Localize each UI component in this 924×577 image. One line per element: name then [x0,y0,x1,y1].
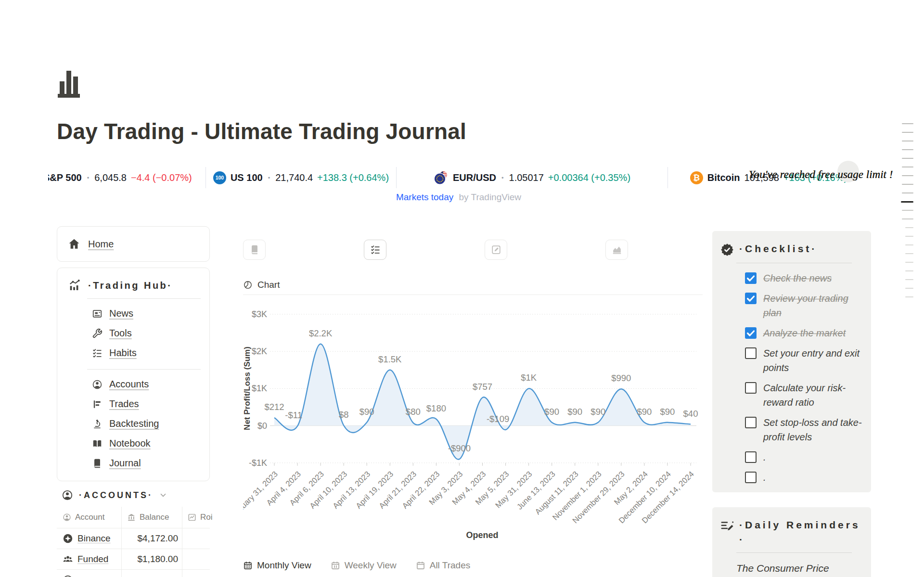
sidebar-item-notebook[interactable]: Notebook [57,434,209,453]
account-link[interactable]: Funded [77,554,108,564]
ticker-item-sp500[interactable]: S&P 500 • 6,045.8 −4.4 (−0.07%) [48,167,205,188]
checklist-item-label[interactable]: Set your entry and exit points [763,346,863,375]
tab-weekly-view[interactable]: Weekly View [331,556,398,577]
column-header-account[interactable]: Account [57,513,121,522]
outline-dash[interactable] [902,167,913,167]
notebook-icon [92,438,103,449]
outline-dash[interactable] [902,192,913,193]
outline-dash[interactable] [905,288,913,289]
page-title: Day Trading - Ultimate Trading Journal [57,118,466,144]
toolbar-button-journal[interactable] [243,240,266,260]
outline-dash[interactable] [901,201,913,203]
outline-dash[interactable] [905,236,913,237]
account-cell[interactable]: Binance [57,533,121,544]
toolbar-button-habits[interactable] [364,240,386,260]
svg-text:$757: $757 [473,382,492,392]
bar-chart-page-icon[interactable] [56,64,82,101]
checklist-item-label[interactable]: . [763,470,863,485]
checklist-item-label[interactable]: Analyze the market [763,326,863,340]
svg-text:$1.5K: $1.5K [378,354,402,364]
checklist-item-label[interactable]: Review your trading plan [763,291,863,320]
sidebar-item-accounts[interactable]: Accounts [57,374,209,394]
svg-text:August 11, 2023: August 11, 2023 [533,469,580,516]
tab-all-trades[interactable]: All Trades [416,556,471,577]
ticker-item-eurusd[interactable]: EUR/USD • 1.05017 +0.00364 (+0.35%) [396,167,667,188]
column-header-balance[interactable]: Balance [121,513,182,522]
outline-dash[interactable] [905,270,913,271]
trading-hub-header: ·Trading Hub· [57,279,209,292]
checked-checkbox[interactable] [745,272,757,284]
sidebar-item-trades[interactable]: Trades [57,394,209,414]
balance-cell[interactable]: $4,172.00 [121,533,182,544]
balance-cell[interactable]: $1,180.00 [121,554,182,564]
outline-dash[interactable] [902,184,913,185]
trading-hub-card: ·Trading Hub· NewsToolsHabits AccountsTr… [57,268,210,481]
tab-label: Weekly View [345,560,397,571]
svg-text:$2K: $2K [252,346,267,356]
checklist-item-label[interactable]: . [763,450,863,464]
sidebar-item-label[interactable]: News [109,308,133,319]
outline-dash[interactable] [902,158,913,159]
sidebar-item-label[interactable]: Tools [109,328,132,339]
sidebar-item-home[interactable]: Home [88,239,114,250]
sidebar-item-journal[interactable]: Journal [57,453,209,473]
sidebar-item-label[interactable]: Habits [109,347,137,359]
divider [87,298,201,299]
checklist-item-label[interactable]: Set stop-loss and take-profit levels [763,415,863,444]
outline-dash[interactable] [902,210,913,211]
sidebar-item-label[interactable]: Backtesting [109,418,159,429]
outline-dash[interactable] [905,262,913,263]
markets-today-link[interactable]: Markets today [396,192,453,202]
sidebar-item-label[interactable]: Trades [109,398,139,410]
checklist-item: Review your trading plan [745,291,863,320]
tab-monthly-view[interactable]: Monthly View [243,556,312,577]
account-link[interactable]: Binance [77,533,111,544]
sidebar-item-habits[interactable]: Habits [57,343,209,363]
outline-dash[interactable] [905,244,913,245]
unchecked-checkbox[interactable] [745,472,757,483]
ticker-change: +138.3 (+0.64%) [317,172,389,183]
seal-check-icon [720,243,734,257]
toolbar-button-compose[interactable] [485,240,507,260]
toolbar-button-area[interactable] [605,240,628,260]
outline-dash[interactable] [905,227,913,228]
page: Day Trading - Ultimate Trading Journal S… [0,0,924,577]
sidebar-item-label[interactable]: Journal [109,458,141,469]
ticker-item-us100[interactable]: 100 US 100 • 21,740.4 +138.3 (+0.64%) [205,167,396,188]
area-icon [612,244,622,255]
account-cell[interactable] [57,575,121,577]
checked-checkbox[interactable] [745,293,757,304]
sidebar-item-label[interactable]: Notebook [109,438,151,449]
checked-checkbox[interactable] [745,327,757,339]
calendar-icon [416,561,425,570]
outline-dash[interactable] [905,253,913,254]
ticker-symbol: US 100 [231,172,263,183]
checklist-item-label[interactable]: Calculate your risk-reward ratio [763,381,863,410]
unchecked-checkbox[interactable] [745,451,757,463]
outline-dash[interactable] [902,149,913,150]
outline-dash[interactable] [902,175,913,176]
sidebar-item-backtesting[interactable]: Backtesting [57,414,209,434]
sidebar-item-label[interactable]: Accounts [109,379,149,390]
bank-icon [127,513,136,522]
outline-dash[interactable] [902,132,913,133]
unchecked-checkbox[interactable] [745,382,757,394]
outline-dash[interactable] [902,123,913,124]
sidebar-item-tools[interactable]: Tools [57,323,209,343]
tab-label: All Trades [430,560,470,571]
account-cell[interactable]: Funded [57,554,121,564]
svg-text:$1K: $1K [252,384,267,393]
sidebar-item-news[interactable]: News [57,304,209,323]
outline-dash[interactable] [902,141,913,141]
svg-text:-$11: -$11 [285,410,302,420]
checklist-item-label[interactable]: Check the news [763,271,863,285]
outline-dash[interactable] [905,279,913,280]
outline-dash[interactable] [902,218,913,219]
checklist-items: Check the newsReview your trading planAn… [720,271,863,485]
daily-reminders-title: ·Daily Reminders· [739,518,860,547]
outline-dash[interactable] [905,296,913,297]
chevron-down-icon[interactable] [159,491,167,500]
column-header-roi[interactable]: Roi [182,513,213,522]
unchecked-checkbox[interactable] [745,347,757,359]
unchecked-checkbox[interactable] [745,417,757,428]
